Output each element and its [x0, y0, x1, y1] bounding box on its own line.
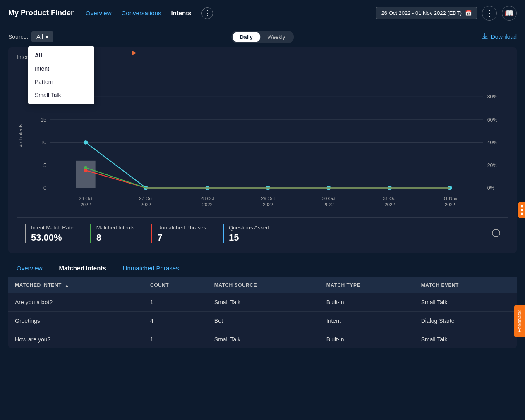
- svg-text:5: 5: [43, 162, 46, 168]
- tab-overview[interactable]: Overview: [8, 260, 51, 277]
- cell-source-0: Small Talk: [208, 293, 320, 312]
- svg-text:2022: 2022: [324, 202, 334, 207]
- svg-text:27 Oct: 27 Oct: [139, 196, 153, 201]
- source-value: All: [36, 33, 43, 40]
- svg-text:2022: 2022: [263, 202, 273, 207]
- col-match-source: MATCH SOURCE: [208, 277, 320, 293]
- toolbar: Source: All ▾ All Intent Pattern Small T…: [0, 26, 525, 47]
- svg-text:# of intents: # of intents: [19, 124, 24, 147]
- svg-text:40%: 40%: [487, 139, 498, 145]
- nav-conversations[interactable]: Conversations: [122, 10, 161, 17]
- svg-text:31 Oct: 31 Oct: [383, 196, 397, 201]
- svg-text:10: 10: [41, 139, 46, 145]
- side-dots: [518, 202, 525, 218]
- table-row: Greetings 4 Bot Intent Dialog Starter: [8, 312, 517, 330]
- svg-point-34: [84, 140, 88, 145]
- download-label: Download: [491, 33, 517, 40]
- cell-type-2: Built-in: [320, 330, 415, 349]
- svg-text:0%: 0%: [487, 185, 495, 191]
- cell-type-1: Intent: [320, 312, 415, 330]
- stat-label-0: Intent Match Rate: [31, 224, 74, 231]
- stats-row: Intent Match Rate 53.00% Matched Intents…: [17, 217, 508, 250]
- svg-text:30 Oct: 30 Oct: [322, 196, 336, 201]
- nav-intents[interactable]: Intents: [171, 10, 191, 17]
- nav-overview[interactable]: Overview: [86, 10, 112, 17]
- help-button[interactable]: 📖: [502, 6, 517, 21]
- svg-text:2022: 2022: [384, 202, 395, 207]
- tabs-row: Overview Matched Intents Unmatched Phras…: [8, 260, 517, 277]
- cell-intent-1: Greetings: [8, 312, 144, 330]
- stat-value-3: 15: [229, 232, 269, 243]
- dot-2: [521, 209, 523, 211]
- header: My Product Finder Overview Conversations…: [0, 0, 525, 26]
- dot-3: [521, 213, 523, 215]
- header-right: 26 Oct 2022 - 01 Nov 2022 (EDT) 📅 ⋮ 📖: [376, 6, 517, 21]
- arrow-annotation: [91, 49, 141, 57]
- tab-unmatched-phrases[interactable]: Unmatched Phrases: [115, 260, 187, 277]
- header-divider: [79, 8, 79, 18]
- cell-source-2: Small Talk: [208, 330, 320, 349]
- col-matched-intent[interactable]: MATCHED INTENT ▲: [8, 277, 144, 293]
- cell-count-0: 1: [144, 293, 208, 312]
- svg-text:15: 15: [41, 117, 46, 122]
- app-title: My Product Finder: [8, 9, 74, 17]
- svg-text:i: i: [496, 231, 496, 236]
- more-options-button[interactable]: ⋮: [482, 6, 497, 21]
- nav-more-button[interactable]: ⋮: [201, 7, 213, 19]
- cell-source-1: Bot: [208, 312, 320, 330]
- table-header-row: MATCHED INTENT ▲ COUNT MATCH SOURCE MATC…: [8, 277, 517, 293]
- stat-intent-match-rate: Intent Match Rate 53.00%: [25, 224, 74, 243]
- svg-text:2022: 2022: [81, 202, 91, 207]
- svg-text:29 Oct: 29 Oct: [261, 196, 275, 201]
- date-range-text: 26 Oct 2022 - 01 Nov 2022 (EDT): [381, 10, 462, 16]
- table-container: MATCHED INTENT ▲ COUNT MATCH SOURCE MATC…: [8, 277, 517, 348]
- tabs-section: Overview Matched Intents Unmatched Phras…: [8, 260, 517, 277]
- chevron-down-icon: ▾: [46, 33, 48, 40]
- svg-text:2022: 2022: [202, 202, 213, 207]
- feedback-tab[interactable]: Feedback: [514, 305, 525, 337]
- toggle-daily[interactable]: Daily: [233, 32, 260, 42]
- svg-text:2022: 2022: [445, 202, 455, 207]
- dropdown-item-pattern[interactable]: Pattern: [28, 75, 94, 88]
- toggle-group: Daily Weekly: [231, 31, 294, 43]
- svg-rect-33: [76, 161, 96, 188]
- matched-intents-table: MATCHED INTENT ▲ COUNT MATCH SOURCE MATC…: [8, 277, 517, 348]
- svg-text:0: 0: [43, 185, 46, 191]
- cell-intent-2: How are you?: [8, 330, 144, 349]
- source-dropdown-menu: All Intent Pattern Small Talk: [28, 46, 94, 104]
- dropdown-item-intent[interactable]: Intent: [28, 62, 94, 75]
- svg-text:20%: 20%: [487, 162, 498, 168]
- svg-text:01 Nov: 01 Nov: [443, 196, 458, 201]
- col-match-event: MATCH EVENT: [415, 277, 517, 293]
- cell-event-1: Dialog Starter: [415, 312, 517, 330]
- dropdown-item-all[interactable]: All: [28, 49, 94, 62]
- stat-questions-asked: Questions Asked 15: [223, 224, 269, 243]
- info-icon[interactable]: i: [492, 229, 500, 239]
- table-row: How are you? 1 Small Talk Built-in Small…: [8, 330, 517, 349]
- svg-point-42: [84, 166, 87, 169]
- stat-value-2: 7: [157, 232, 206, 243]
- toggle-weekly[interactable]: Weekly: [260, 32, 292, 42]
- cell-type-0: Built-in: [320, 293, 415, 312]
- sort-icon: ▲: [65, 283, 69, 288]
- calendar-icon: 📅: [465, 10, 472, 16]
- download-button[interactable]: Download: [481, 33, 517, 41]
- stat-label-2: Unmatched Phrases: [157, 224, 206, 231]
- svg-marker-1: [132, 51, 137, 55]
- stat-value-1: 8: [96, 232, 135, 243]
- source-dropdown-button[interactable]: All ▾: [31, 31, 53, 42]
- stat-unmatched-phrases: Unmatched Phrases 7: [151, 224, 206, 243]
- dropdown-item-smalltalk[interactable]: Small Talk: [28, 88, 94, 102]
- date-range-button[interactable]: 26 Oct 2022 - 01 Nov 2022 (EDT) 📅: [376, 7, 477, 19]
- cell-intent-0: Are you a bot?: [8, 293, 144, 312]
- svg-text:60%: 60%: [487, 117, 498, 122]
- stat-value-0: 53.00%: [31, 232, 74, 243]
- stat-label-3: Questions Asked: [229, 224, 269, 231]
- col-match-type: MATCH TYPE: [320, 277, 415, 293]
- cell-count-1: 4: [144, 312, 208, 330]
- svg-text:80%: 80%: [487, 94, 498, 100]
- svg-text:26 Oct: 26 Oct: [79, 196, 93, 201]
- dot-1: [521, 205, 523, 208]
- svg-text:2022: 2022: [141, 202, 151, 207]
- tab-matched-intents[interactable]: Matched Intents: [51, 260, 115, 277]
